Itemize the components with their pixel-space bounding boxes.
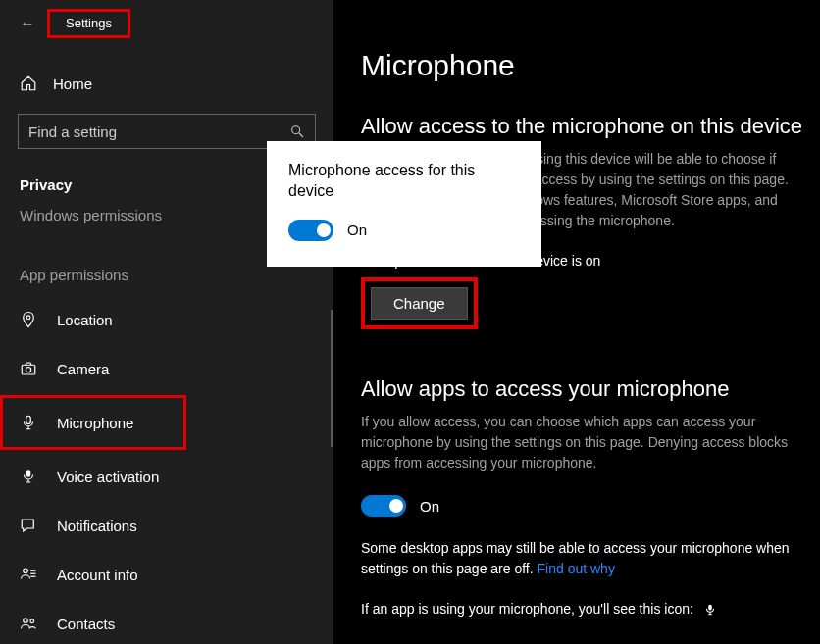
- voice-activation-icon: [20, 468, 43, 485]
- sidebar: ← Settings Home Privacy Windows permissi…: [0, 0, 333, 644]
- home-icon: [20, 74, 43, 92]
- svg-point-4: [26, 368, 30, 372]
- svg-rect-6: [26, 470, 31, 477]
- header: ← Settings: [0, 0, 333, 47]
- voice-activation-label: Voice activation: [57, 469, 159, 485]
- svg-rect-3: [22, 365, 35, 374]
- apps-toggle[interactable]: [361, 495, 406, 517]
- microphone-icon: [20, 414, 43, 431]
- scrollbar[interactable]: [331, 310, 333, 447]
- svg-point-7: [24, 569, 28, 573]
- sidebar-item-home[interactable]: Home: [0, 61, 333, 106]
- sidebar-item-voice-activation[interactable]: Voice activation: [0, 452, 333, 501]
- find-out-why-link[interactable]: Find out why: [538, 561, 615, 576]
- svg-point-2: [26, 316, 30, 320]
- settings-title-highlight: Settings: [47, 9, 130, 38]
- microphone-access-popup: Microphone access for this device On: [267, 141, 541, 267]
- svg-line-1: [299, 133, 303, 137]
- change-button[interactable]: Change: [371, 287, 468, 320]
- change-button-highlight: Change: [361, 277, 478, 329]
- camera-label: Camera: [57, 361, 109, 377]
- sidebar-item-notifications[interactable]: Notifications: [0, 501, 333, 550]
- apps-toggle-label: On: [420, 498, 439, 515]
- section2-icon-note: If an app is using your microphone, you'…: [361, 599, 793, 619]
- account-info-label: Account info: [57, 567, 138, 583]
- sidebar-item-camera[interactable]: Camera: [0, 344, 333, 393]
- popup-toggle-label: On: [347, 222, 367, 238]
- svg-rect-5: [26, 416, 31, 423]
- popup-toggle[interactable]: [288, 220, 333, 241]
- location-label: Location: [57, 312, 113, 328]
- settings-title: Settings: [66, 16, 112, 30]
- camera-icon: [20, 360, 43, 377]
- popup-title: Microphone access for this device: [288, 161, 520, 202]
- location-icon: [20, 311, 43, 328]
- microphone-status-icon: [703, 602, 717, 618]
- svg-point-0: [292, 126, 300, 134]
- section1-title: Allow access to the microphone on this d…: [361, 114, 820, 139]
- search-icon: [289, 124, 305, 139]
- svg-point-12: [30, 619, 34, 623]
- sidebar-item-microphone[interactable]: Microphone: [0, 395, 186, 450]
- back-arrow-icon[interactable]: ←: [12, 7, 43, 40]
- account-info-icon: [20, 566, 43, 583]
- page-title: Microphone: [361, 0, 820, 82]
- notifications-icon: [20, 517, 43, 534]
- main-content: Microphone Allow access to the microphon…: [333, 0, 820, 644]
- notifications-label: Notifications: [57, 518, 137, 534]
- microphone-label: Microphone: [57, 415, 133, 431]
- apps-toggle-row: On: [361, 495, 820, 517]
- section2-title: Allow apps to access your microphone: [361, 376, 820, 402]
- search-input[interactable]: [28, 124, 289, 140]
- svg-rect-13: [708, 605, 712, 611]
- contacts-label: Contacts: [57, 616, 115, 632]
- svg-point-11: [24, 619, 28, 623]
- section2-body: If you allow access, you can choose whic…: [361, 412, 793, 473]
- sidebar-item-location[interactable]: Location: [0, 295, 333, 344]
- home-label: Home: [53, 75, 92, 92]
- contacts-icon: [20, 615, 43, 632]
- section2-note: Some desktop apps may still be able to a…: [361, 538, 793, 579]
- sidebar-item-account-info[interactable]: Account info: [0, 550, 333, 599]
- sidebar-item-contacts[interactable]: Contacts: [0, 599, 333, 644]
- popup-toggle-row: On: [288, 220, 520, 241]
